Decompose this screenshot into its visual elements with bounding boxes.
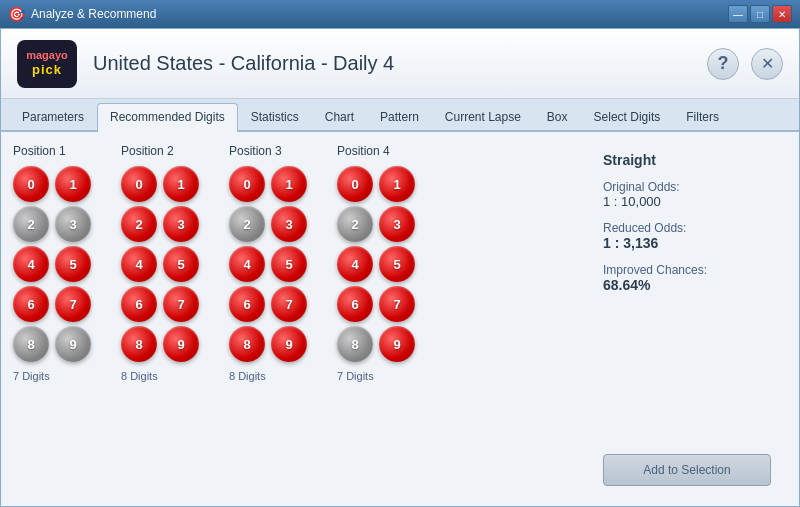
ball-pos1-0[interactable]: 0	[13, 166, 49, 202]
header-icons: ? ✕	[707, 48, 783, 80]
title-bar: 🎯 Analyze & Recommend — □ ✕	[0, 0, 800, 28]
ball-pos4-7[interactable]: 7	[379, 286, 415, 322]
balls-grid-2: 0123456789	[121, 166, 201, 362]
position-col-3: Position 301234567898 Digits	[229, 144, 329, 494]
ball-pos2-7[interactable]: 7	[163, 286, 199, 322]
ball-pos4-0[interactable]: 0	[337, 166, 373, 202]
ball-pos1-6[interactable]: 6	[13, 286, 49, 322]
titlebar-close-button[interactable]: ✕	[772, 5, 792, 23]
position-col-4: Position 401234567897 Digits	[337, 144, 437, 494]
ball-pos1-5[interactable]: 5	[55, 246, 91, 282]
original-odds-label: Original Odds:	[603, 180, 771, 194]
ball-pos1-8[interactable]: 8	[13, 326, 49, 362]
position-col-2: Position 201234567898 Digits	[121, 144, 221, 494]
ball-pos4-1[interactable]: 1	[379, 166, 415, 202]
add-to-selection-button[interactable]: Add to Selection	[603, 454, 771, 486]
digits-label-1: 7 Digits	[13, 370, 50, 382]
stats-panel: Straight Original Odds: 1 : 10,000 Reduc…	[587, 144, 787, 494]
ball-pos1-7[interactable]: 7	[55, 286, 91, 322]
ball-pos4-3[interactable]: 3	[379, 206, 415, 242]
ball-pos1-4[interactable]: 4	[13, 246, 49, 282]
close-button[interactable]: ✕	[751, 48, 783, 80]
ball-pos2-8[interactable]: 8	[121, 326, 157, 362]
ball-pos3-8[interactable]: 8	[229, 326, 265, 362]
tab-select-digits[interactable]: Select Digits	[581, 103, 674, 130]
help-button[interactable]: ?	[707, 48, 739, 80]
ball-pos3-2[interactable]: 2	[229, 206, 265, 242]
header: magayo pick United States - California -…	[1, 29, 799, 99]
improved-chances-row: Improved Chances: 68.64%	[603, 263, 771, 293]
title-bar-icon: 🎯	[8, 6, 25, 22]
maximize-button[interactable]: □	[750, 5, 770, 23]
tab-parameters[interactable]: Parameters	[9, 103, 97, 130]
positions-area: Position 101234567897 DigitsPosition 201…	[13, 144, 575, 494]
ball-pos4-9[interactable]: 9	[379, 326, 415, 362]
position-label-2: Position 2	[121, 144, 174, 158]
tab-filters[interactable]: Filters	[673, 103, 732, 130]
ball-pos1-3[interactable]: 3	[55, 206, 91, 242]
balls-grid-1: 0123456789	[13, 166, 93, 362]
main-window: magayo pick United States - California -…	[0, 28, 800, 507]
title-bar-text: Analyze & Recommend	[31, 7, 728, 21]
position-label-3: Position 3	[229, 144, 282, 158]
digits-label-3: 8 Digits	[229, 370, 266, 382]
ball-pos2-9[interactable]: 9	[163, 326, 199, 362]
reduced-odds-label: Reduced Odds:	[603, 221, 771, 235]
tab-statistics[interactable]: Statistics	[238, 103, 312, 130]
original-odds-row: Original Odds: 1 : 10,000	[603, 180, 771, 209]
ball-pos1-2[interactable]: 2	[13, 206, 49, 242]
ball-pos4-4[interactable]: 4	[337, 246, 373, 282]
improved-chances-label: Improved Chances:	[603, 263, 771, 277]
ball-pos3-7[interactable]: 7	[271, 286, 307, 322]
ball-pos3-3[interactable]: 3	[271, 206, 307, 242]
ball-pos3-4[interactable]: 4	[229, 246, 265, 282]
title-bar-buttons: — □ ✕	[728, 5, 792, 23]
ball-pos1-1[interactable]: 1	[55, 166, 91, 202]
tab-recommended-digits[interactable]: Recommended Digits	[97, 103, 238, 132]
improved-chances-value: 68.64%	[603, 277, 771, 293]
ball-pos2-6[interactable]: 6	[121, 286, 157, 322]
ball-pos1-9[interactable]: 9	[55, 326, 91, 362]
tab-chart[interactable]: Chart	[312, 103, 367, 130]
reduced-odds-row: Reduced Odds: 1 : 3,136	[603, 221, 771, 251]
ball-pos3-1[interactable]: 1	[271, 166, 307, 202]
ball-pos2-1[interactable]: 1	[163, 166, 199, 202]
ball-pos3-6[interactable]: 6	[229, 286, 265, 322]
position-label-1: Position 1	[13, 144, 66, 158]
ball-pos2-2[interactable]: 2	[121, 206, 157, 242]
ball-pos4-8[interactable]: 8	[337, 326, 373, 362]
logo-pick: pick	[32, 62, 62, 78]
ball-pos4-6[interactable]: 6	[337, 286, 373, 322]
logo: magayo pick	[17, 40, 77, 88]
position-col-1: Position 101234567897 Digits	[13, 144, 113, 494]
tab-pattern[interactable]: Pattern	[367, 103, 432, 130]
ball-pos2-0[interactable]: 0	[121, 166, 157, 202]
ball-pos3-9[interactable]: 9	[271, 326, 307, 362]
balls-grid-3: 0123456789	[229, 166, 309, 362]
logo-magayo: magayo	[26, 49, 68, 62]
ball-pos3-0[interactable]: 0	[229, 166, 265, 202]
content-area: Position 101234567897 DigitsPosition 201…	[1, 132, 799, 506]
balls-grid-4: 0123456789	[337, 166, 417, 362]
original-odds-value: 1 : 10,000	[603, 194, 771, 209]
app-title: United States - California - Daily 4	[93, 52, 707, 75]
digits-label-4: 7 Digits	[337, 370, 374, 382]
minimize-button[interactable]: —	[728, 5, 748, 23]
ball-pos3-5[interactable]: 5	[271, 246, 307, 282]
tabs: ParametersRecommended DigitsStatisticsCh…	[1, 99, 799, 132]
stats-title: Straight	[603, 152, 771, 168]
ball-pos2-3[interactable]: 3	[163, 206, 199, 242]
ball-pos4-2[interactable]: 2	[337, 206, 373, 242]
digits-label-2: 8 Digits	[121, 370, 158, 382]
tab-current-lapse[interactable]: Current Lapse	[432, 103, 534, 130]
position-label-4: Position 4	[337, 144, 390, 158]
ball-pos2-4[interactable]: 4	[121, 246, 157, 282]
ball-pos2-5[interactable]: 5	[163, 246, 199, 282]
ball-pos4-5[interactable]: 5	[379, 246, 415, 282]
tab-box[interactable]: Box	[534, 103, 581, 130]
reduced-odds-value: 1 : 3,136	[603, 235, 771, 251]
